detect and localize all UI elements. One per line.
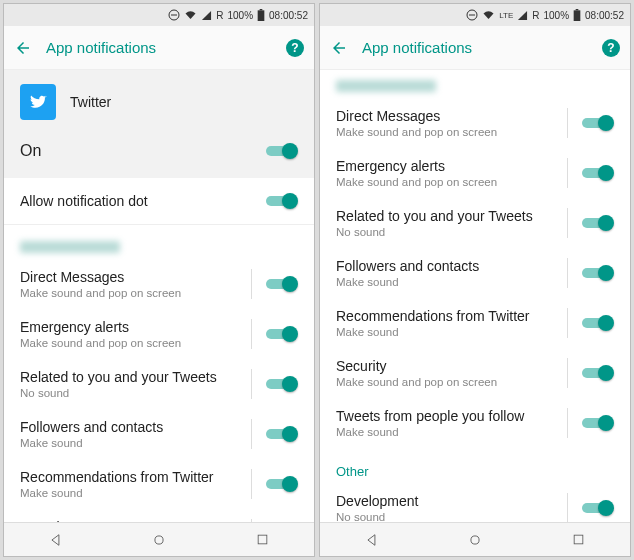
signal-icon (517, 10, 528, 21)
lte-label: LTE (499, 11, 513, 20)
network-label: R (532, 10, 539, 21)
category-sub: Make sound and pop on screen (336, 126, 555, 138)
category-title: Direct Messages (336, 108, 555, 124)
category-title: Related to you and your Tweets (20, 369, 239, 385)
nav-back[interactable] (363, 531, 381, 549)
master-toggle-row[interactable]: On (4, 128, 314, 178)
app-name: Twitter (70, 94, 111, 110)
category-sub: Make sound and pop on screen (336, 376, 555, 388)
network-label: R (216, 10, 223, 21)
svg-rect-3 (258, 10, 265, 21)
category-toggle[interactable] (264, 375, 298, 393)
divider (567, 358, 568, 388)
content-scroll[interactable]: Direct Messages Make sound and pop on sc… (320, 70, 630, 522)
master-toggle[interactable] (264, 142, 298, 160)
svg-point-10 (471, 535, 479, 543)
category-item[interactable]: Direct Messages Make sound and pop on sc… (320, 98, 630, 148)
app-header: Twitter (4, 70, 314, 128)
nav-back[interactable] (47, 531, 65, 549)
category-toggle[interactable] (580, 214, 614, 232)
master-toggle-label: On (20, 142, 41, 160)
dot-toggle[interactable] (264, 192, 298, 210)
category-sub: Make sound (336, 276, 555, 288)
divider (567, 158, 568, 188)
svg-rect-8 (576, 9, 579, 10)
category-toggle[interactable] (264, 325, 298, 343)
category-toggle[interactable] (264, 275, 298, 293)
category-title: Recommendations from Twitter (336, 308, 555, 324)
category-toggle[interactable] (580, 164, 614, 182)
category-toggle[interactable] (580, 114, 614, 132)
divider (251, 319, 252, 349)
category-sub: Make sound and pop on screen (20, 337, 239, 349)
category-sub: No sound (336, 226, 555, 238)
wifi-icon (184, 9, 197, 21)
help-button[interactable]: ? (602, 39, 620, 57)
category-item[interactable]: Related to you and your Tweets No sound (320, 198, 630, 248)
category-item[interactable]: Recommendations from Twitter Make sound (320, 298, 630, 348)
nav-recents[interactable] (569, 531, 587, 549)
section-other: Other (320, 448, 630, 483)
category-item[interactable]: Followers and contacts Make sound (320, 248, 630, 298)
help-button[interactable]: ? (286, 39, 304, 57)
category-toggle[interactable] (580, 264, 614, 282)
category-title: Security (336, 358, 555, 374)
notification-dot-row[interactable]: Allow notification dot (4, 178, 314, 225)
divider (251, 419, 252, 449)
wifi-icon (482, 9, 495, 21)
divider (567, 408, 568, 438)
blurred-text (336, 80, 436, 92)
category-item[interactable]: Recommendations from Twitter Make sound (4, 459, 314, 509)
category-title: Followers and contacts (336, 258, 555, 274)
category-sub: Make sound (20, 437, 239, 449)
category-item[interactable]: Emergency alerts Make sound and pop on s… (320, 148, 630, 198)
dnd-icon (168, 9, 180, 21)
divider (567, 493, 568, 522)
clock: 08:00:52 (585, 10, 624, 21)
category-toggle[interactable] (580, 414, 614, 432)
svg-rect-2 (260, 9, 263, 10)
category-title: Recommendations from Twitter (20, 469, 239, 485)
category-item[interactable]: Followers and contacts Make sound (4, 409, 314, 459)
category-title: Tweets from people you follow (336, 408, 555, 424)
category-sub: No sound (336, 511, 555, 522)
category-toggle[interactable] (264, 475, 298, 493)
battery-icon (257, 9, 265, 21)
app-bar: App notifications ? (320, 26, 630, 70)
category-item[interactable]: Security Make sound and pop on screen (4, 509, 314, 522)
back-button[interactable] (330, 39, 348, 57)
category-title: Development (336, 493, 555, 509)
category-title: Emergency alerts (20, 319, 239, 335)
category-toggle[interactable] (580, 364, 614, 382)
signal-icon (201, 10, 212, 21)
phone-right: LTE R 100% 08:00:52 App notifications ? … (319, 3, 631, 557)
category-item[interactable]: Tweets from people you follow Make sound (320, 398, 630, 448)
category-toggle[interactable] (580, 499, 614, 517)
category-toggle[interactable] (264, 425, 298, 443)
category-item[interactable]: Emergency alerts Make sound and pop on s… (4, 309, 314, 359)
svg-rect-11 (574, 535, 583, 544)
svg-rect-7 (469, 15, 475, 16)
category-toggle[interactable] (580, 314, 614, 332)
back-button[interactable] (14, 39, 32, 57)
status-bar: R 100% 08:00:52 (4, 4, 314, 26)
content-scroll[interactable]: Twitter On Allow notification dot Direct… (4, 70, 314, 522)
category-item[interactable]: Security Make sound and pop on screen (320, 348, 630, 398)
phone-left: R 100% 08:00:52 App notifications ? Twit… (3, 3, 315, 557)
category-title: Related to you and your Tweets (336, 208, 555, 224)
app-bar: App notifications ? (4, 26, 314, 70)
category-item[interactable]: Related to you and your Tweets No sound (4, 359, 314, 409)
svg-rect-9 (574, 10, 581, 21)
category-item[interactable]: Development No sound (320, 483, 630, 522)
twitter-icon (20, 84, 56, 120)
svg-point-4 (155, 535, 163, 543)
nav-recents[interactable] (253, 531, 271, 549)
category-item[interactable]: Direct Messages Make sound and pop on sc… (4, 259, 314, 309)
nav-home[interactable] (466, 531, 484, 549)
category-title: Followers and contacts (20, 419, 239, 435)
category-group-header (320, 70, 630, 98)
battery-text: 100% (543, 10, 569, 21)
nav-home[interactable] (150, 531, 168, 549)
divider (567, 258, 568, 288)
battery-text: 100% (227, 10, 253, 21)
